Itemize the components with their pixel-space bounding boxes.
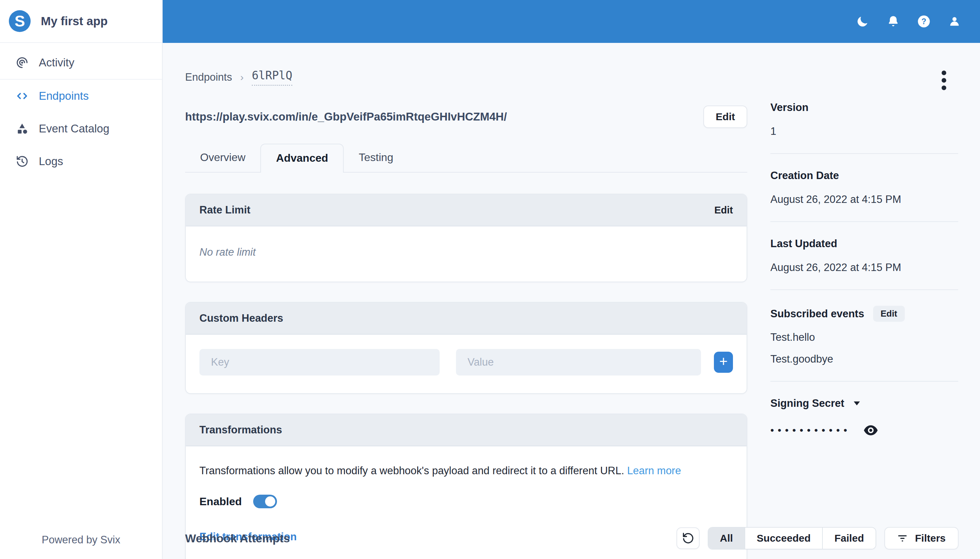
attempts-controls: All Succeeded Failed Filters xyxy=(676,527,959,549)
subscribed-event: Test.goodbye xyxy=(770,353,958,365)
toggle-knob xyxy=(265,496,275,506)
main-column: ? Endpoints › 6lRPlQ xyxy=(163,0,980,559)
filter-lines-icon xyxy=(898,534,907,542)
sidebar-item-label: Logs xyxy=(39,155,63,168)
breadcrumb-endpoint-id[interactable]: 6lRPlQ xyxy=(252,69,292,86)
signing-secret-row[interactable]: Signing Secret xyxy=(770,397,958,410)
history-clock-icon xyxy=(16,155,28,168)
creation-date-label: Creation Date xyxy=(770,170,958,182)
refresh-icon xyxy=(682,532,694,544)
attempts-filter-group: All Succeeded Failed xyxy=(708,527,876,549)
transformations-header: Transformations xyxy=(186,414,747,446)
custom-headers-title: Custom Headers xyxy=(200,312,283,324)
endpoint-url: https://play.svix.com/in/e_GbpVeifPa65im… xyxy=(185,110,507,123)
divider xyxy=(770,381,958,382)
subscribed-events-edit-button[interactable]: Edit xyxy=(873,306,905,322)
endpoint-url-row: https://play.svix.com/in/e_GbpVeifPa65im… xyxy=(185,106,747,128)
breadcrumb: Endpoints › 6lRPlQ xyxy=(185,69,747,86)
divider xyxy=(770,289,958,290)
secret-mask: ••••••••••• xyxy=(770,425,851,436)
sidebar: S My first app Activity xyxy=(0,0,163,559)
kebab-menu-icon[interactable] xyxy=(941,69,948,93)
sidebar-item-event-catalog[interactable]: Event Catalog xyxy=(0,112,162,145)
filters-button-label: Filters xyxy=(915,533,945,544)
svix-logo-letter: S xyxy=(15,12,25,30)
notifications-bell-icon[interactable] xyxy=(885,13,901,29)
no-rate-limit-text: No rate limit xyxy=(200,246,256,258)
rate-limit-edit-button[interactable]: Edit xyxy=(714,205,733,216)
custom-headers-header: Custom Headers xyxy=(186,303,747,335)
sidebar-item-endpoints[interactable]: Endpoints xyxy=(0,79,162,112)
subscribed-events-row: Subscribed events Edit xyxy=(770,306,958,322)
edit-url-button[interactable]: Edit xyxy=(703,106,747,128)
tab-testing[interactable]: Testing xyxy=(344,144,408,172)
subscribed-event: Test.hello xyxy=(770,331,958,344)
breadcrumb-endpoints-link[interactable]: Endpoints xyxy=(185,71,232,83)
add-header-button[interactable]: + xyxy=(714,352,733,373)
learn-more-link[interactable]: Learn more xyxy=(627,465,681,476)
details-panel: Version 1 Creation Date August 26, 2022 … xyxy=(770,101,958,559)
svix-logo: S xyxy=(9,10,31,32)
version-label: Version xyxy=(770,101,958,114)
main-panel: Endpoints › 6lRPlQ https://play.svix.com… xyxy=(185,69,747,559)
account-user-icon[interactable] xyxy=(947,13,962,29)
header-value-input[interactable] xyxy=(456,349,701,375)
topbar: ? xyxy=(163,0,980,43)
creation-date-value: August 26, 2022 at 4:15 PM xyxy=(770,194,958,206)
caret-down-icon xyxy=(854,401,860,405)
sidebar-item-label: Activity xyxy=(39,56,74,69)
sidebar-nav: Activity Endpoints xyxy=(0,43,162,178)
transformations-description: Transformations allow you to modify a we… xyxy=(200,465,733,477)
reveal-secret-eye-icon[interactable] xyxy=(863,425,878,436)
last-updated-value: August 26, 2022 at 4:15 PM xyxy=(770,261,958,274)
tab-overview[interactable]: Overview xyxy=(185,144,260,172)
divider xyxy=(770,221,958,222)
rate-limit-body: No rate limit xyxy=(186,227,747,281)
webhook-attempts-title: Webhook Attempts xyxy=(185,532,290,545)
sidebar-item-label: Endpoints xyxy=(39,89,89,103)
filter-succeeded-button[interactable]: Succeeded xyxy=(745,528,823,549)
rate-limit-card: Rate Limit Edit No rate limit xyxy=(185,194,747,282)
filter-all-button[interactable]: All xyxy=(708,528,745,549)
refresh-button[interactable] xyxy=(676,528,700,549)
tab-bar: Overview Advanced Testing xyxy=(185,144,747,173)
help-icon[interactable]: ? xyxy=(916,13,932,29)
activity-icon xyxy=(16,56,28,69)
custom-headers-body: + xyxy=(186,335,747,393)
sidebar-item-activity[interactable]: Activity xyxy=(0,46,162,79)
subscribed-events-label: Subscribed events xyxy=(770,308,864,320)
rate-limit-title: Rate Limit xyxy=(200,204,251,216)
custom-headers-card: Custom Headers + xyxy=(185,302,747,394)
version-value: 1 xyxy=(770,125,958,137)
endpoint-detail-page: S My first app Activity xyxy=(0,0,980,559)
content-area: Endpoints › 6lRPlQ https://play.svix.com… xyxy=(163,43,980,559)
filters-button[interactable]: Filters xyxy=(884,527,959,549)
webhook-attempts-bar: Webhook Attempts All Succeeded Failed xyxy=(185,527,959,549)
sidebar-item-label: Event Catalog xyxy=(39,122,109,135)
dark-mode-moon-icon[interactable] xyxy=(855,13,870,29)
filter-failed-button[interactable]: Failed xyxy=(823,528,876,549)
sidebar-item-logs[interactable]: Logs xyxy=(0,145,162,178)
enabled-label: Enabled xyxy=(200,495,242,508)
powered-by-svix[interactable]: Powered by Svix xyxy=(0,534,162,546)
transformations-description-text: Transformations allow you to modify a we… xyxy=(200,465,627,476)
secret-row: ••••••••••• xyxy=(770,425,958,436)
enabled-row: Enabled xyxy=(200,495,733,508)
chevron-right-icon: › xyxy=(240,71,244,83)
transformations-title: Transformations xyxy=(200,424,282,436)
sidebar-header: S My first app xyxy=(0,0,162,43)
shapes-icon xyxy=(16,122,28,135)
rate-limit-header: Rate Limit Edit xyxy=(186,194,747,227)
tab-advanced[interactable]: Advanced xyxy=(260,144,344,173)
app-title: My first app xyxy=(41,14,107,28)
code-brackets-icon xyxy=(16,89,28,103)
svg-text:?: ? xyxy=(921,17,926,26)
divider xyxy=(770,153,958,154)
signing-secret-label: Signing Secret xyxy=(770,397,844,410)
header-key-input[interactable] xyxy=(200,349,440,375)
last-updated-label: Last Updated xyxy=(770,238,958,250)
transformations-enabled-toggle[interactable] xyxy=(253,495,277,508)
